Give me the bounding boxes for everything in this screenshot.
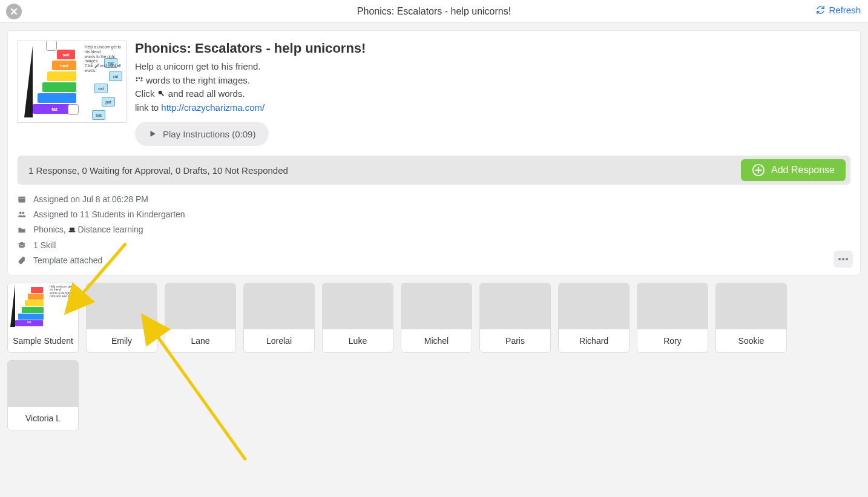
svg-rect-0 [136, 77, 137, 78]
student-name: Richard [559, 329, 629, 352]
student-preview [480, 283, 550, 329]
more-options-button[interactable] [833, 251, 853, 268]
student-preview [244, 283, 314, 329]
student-preview [323, 283, 393, 329]
page-title: Phonics: Escalators - help unicorns! [357, 6, 511, 17]
status-text: 1 Response, 0 Waiting for Approval, 0 Dr… [28, 165, 288, 176]
student-card[interactable]: Victoria L [7, 360, 79, 430]
svg-rect-11 [70, 228, 74, 231]
play-instructions-button[interactable]: Play Instructions (0:09) [135, 122, 269, 146]
refresh-icon [816, 5, 825, 15]
student-preview [559, 283, 629, 329]
svg-point-15 [846, 258, 848, 260]
laptop-icon [68, 225, 76, 235]
close-button[interactable] [6, 4, 22, 19]
student-card[interactable]: Richard [558, 283, 630, 353]
close-icon [10, 7, 18, 16]
refresh-button[interactable]: Refresh [816, 5, 861, 15]
student-preview [87, 283, 157, 329]
student-name: Luke [323, 329, 393, 352]
play-icon [148, 130, 157, 138]
activity-title: Phonics: Escalators - help unicorns! [135, 41, 850, 56]
svg-rect-12 [68, 231, 75, 232]
student-card[interactable]: Rory [637, 283, 708, 353]
graduation-cap-icon [18, 241, 26, 249]
calendar-icon [18, 195, 26, 203]
status-bar: 1 Response, 0 Waiting for Approval, 0 Dr… [18, 156, 850, 185]
activity-description: Help a unicorn get to his friend. words … [135, 60, 850, 114]
student-card[interactable]: Lane [165, 283, 236, 353]
people-icon [18, 210, 26, 219]
student-name: Lane [165, 329, 235, 352]
student-card[interactable]: Sookie [715, 283, 787, 353]
meta-skills: 1 Skill [18, 240, 850, 250]
plus-circle-icon [752, 163, 765, 177]
top-bar: Phonics: Escalators - help unicorns! Ref… [0, 0, 868, 23]
student-card[interactable]: fat Help a unicorn get to his friend.wor… [7, 283, 79, 353]
svg-point-9 [19, 212, 22, 214]
play-instructions-label: Play Instructions (0:09) [163, 129, 255, 139]
student-card[interactable]: Paris [479, 283, 551, 353]
add-response-button[interactable]: Add Response [741, 159, 846, 181]
ellipsis-icon [838, 257, 849, 261]
svg-point-13 [838, 258, 841, 260]
student-name: Sample Student [8, 329, 78, 352]
svg-point-10 [22, 212, 25, 214]
add-response-label: Add Response [771, 165, 835, 176]
description-link[interactable]: http://crazycharizma.com/ [161, 102, 265, 113]
student-preview [637, 283, 708, 329]
folder-icon [18, 226, 26, 234]
refresh-label: Refresh [829, 5, 861, 15]
svg-rect-8 [19, 198, 25, 199]
student-card[interactable]: Emily [86, 283, 157, 353]
student-name: Rory [637, 329, 708, 352]
student-name: Sookie [716, 329, 786, 352]
student-grid: fat Help a unicorn get to his friend.wor… [7, 283, 861, 430]
svg-rect-5 [161, 93, 164, 96]
student-name: Emily [87, 329, 157, 352]
move-icon [135, 75, 143, 84]
student-name: Lorelai [244, 329, 314, 352]
svg-point-14 [842, 258, 844, 260]
microphone-icon [157, 88, 166, 97]
student-card[interactable]: Lorelai [243, 283, 315, 353]
meta-folders: Phonics, Distance learning [18, 225, 850, 235]
student-preview [401, 283, 472, 329]
meta-assigned-on: Assigned on Jul 8 at 06:28 PM [18, 194, 850, 204]
meta-list: Assigned on Jul 8 at 06:28 PM Assigned t… [18, 194, 850, 265]
student-preview: fat Help a unicorn get to his friend.wor… [8, 283, 78, 329]
activity-thumbnail[interactable]: hatratcatpatbat Help a unicorn get to hi… [18, 41, 127, 123]
meta-assigned-to: Assigned to 11 Students in Kindergarten [18, 209, 850, 219]
paperclip-icon [18, 256, 26, 265]
meta-template: Template attached [18, 255, 850, 265]
svg-rect-2 [141, 77, 142, 78]
svg-rect-7 [19, 197, 25, 202]
student-preview [716, 283, 786, 329]
student-name: Paris [480, 329, 550, 352]
student-name: Michel [401, 329, 472, 352]
student-card[interactable]: Michel [401, 283, 472, 353]
student-preview [165, 283, 235, 329]
student-card[interactable]: Luke [322, 283, 393, 353]
activity-card: hatratcatpatbat Help a unicorn get to hi… [7, 30, 861, 275]
student-name: Victoria L [8, 407, 78, 430]
svg-rect-1 [139, 77, 140, 78]
svg-rect-3 [136, 79, 137, 81]
student-preview [8, 361, 78, 407]
